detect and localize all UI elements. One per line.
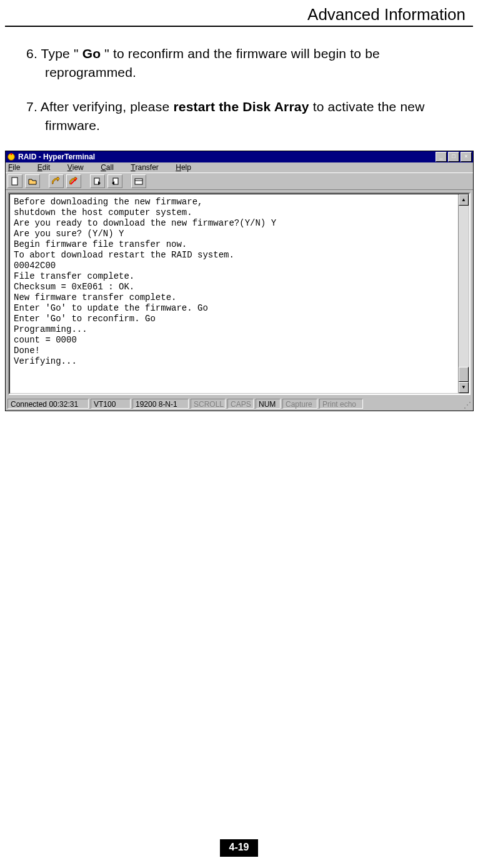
status-params: 19200 8-N-1 xyxy=(132,399,189,409)
scroll-track[interactable] xyxy=(459,206,469,382)
step7-pre: After verifying, please xyxy=(41,99,174,114)
toolbar-receive-icon[interactable] xyxy=(107,174,122,188)
svg-rect-1 xyxy=(11,153,12,155)
hyperterminal-screenshot: RAID - HyperTerminal _ □ × File Edit Vie… xyxy=(5,151,473,411)
window: RAID - HyperTerminal _ □ × File Edit Vie… xyxy=(5,151,474,411)
step-6: 6. Type " Go " to reconfirm and the firm… xyxy=(26,44,452,82)
step-7: 7. After verifying, please restart the D… xyxy=(26,97,452,136)
app-icon xyxy=(7,152,16,161)
page-header: Advanced Information xyxy=(5,0,473,27)
menu-view[interactable]: View xyxy=(67,163,91,172)
toolbar-open-icon[interactable] xyxy=(25,174,40,188)
menu-help[interactable]: Help xyxy=(176,163,199,172)
terminal-area: Before downloading the new firmware, shu… xyxy=(6,190,473,397)
minimize-button[interactable]: _ xyxy=(436,152,447,162)
section-title: Advanced Information xyxy=(307,5,466,24)
menu-file[interactable]: File xyxy=(8,163,27,172)
toolbar-properties-icon[interactable] xyxy=(131,174,146,188)
toolbar-send-icon[interactable] xyxy=(90,174,105,188)
svg-rect-6 xyxy=(135,179,142,184)
step7-bold: restart the Disk Array xyxy=(173,99,309,114)
menu-call[interactable]: Call xyxy=(101,163,121,172)
status-emulation: VT100 xyxy=(91,399,131,409)
menu-transfer[interactable]: Transfer xyxy=(131,163,166,172)
status-spacer xyxy=(365,399,461,409)
maximize-button[interactable]: □ xyxy=(448,152,459,162)
status-capture: Capture xyxy=(282,399,317,409)
scroll-up-icon[interactable]: ▲ xyxy=(459,194,469,206)
resize-grip-icon[interactable]: ⋰ xyxy=(462,401,471,409)
statusbar: Connected 00:32:31 VT100 19200 8-N-1 SCR… xyxy=(6,397,473,411)
page-number: 4-19 xyxy=(0,839,478,857)
titlebar[interactable]: RAID - HyperTerminal _ □ × xyxy=(6,151,473,162)
status-printecho: Print echo xyxy=(319,399,363,409)
status-connected: Connected 00:32:31 xyxy=(7,399,89,409)
status-scroll: SCROLL xyxy=(191,399,226,409)
toolbar-new-icon[interactable] xyxy=(7,174,22,188)
toolbar xyxy=(6,172,473,190)
status-caps: CAPS xyxy=(227,399,254,409)
menubar: File Edit View Call Transfer Help xyxy=(6,162,473,172)
window-title: RAID - HyperTerminal xyxy=(18,152,95,161)
toolbar-disconnect-icon[interactable] xyxy=(66,174,81,188)
scroll-down-icon[interactable]: ▼ xyxy=(459,382,469,393)
step6-num: 6. xyxy=(26,46,41,61)
close-button[interactable]: × xyxy=(461,152,472,162)
scroll-thumb[interactable] xyxy=(459,367,469,382)
step6-pre: Type " xyxy=(41,46,82,61)
instruction-text: 6. Type " Go " to reconfirm and the firm… xyxy=(0,27,478,136)
terminal-output[interactable]: Before downloading the new firmware, shu… xyxy=(10,194,458,393)
page-number-label: 4-19 xyxy=(220,839,257,857)
step6-go: Go xyxy=(82,46,101,61)
menu-edit[interactable]: Edit xyxy=(37,163,58,172)
step7-num: 7. xyxy=(26,99,41,114)
status-num: NUM xyxy=(256,399,281,409)
scrollbar[interactable]: ▲ ▼ xyxy=(458,194,469,393)
svg-rect-2 xyxy=(12,177,17,185)
toolbar-connect-icon[interactable] xyxy=(49,174,64,188)
